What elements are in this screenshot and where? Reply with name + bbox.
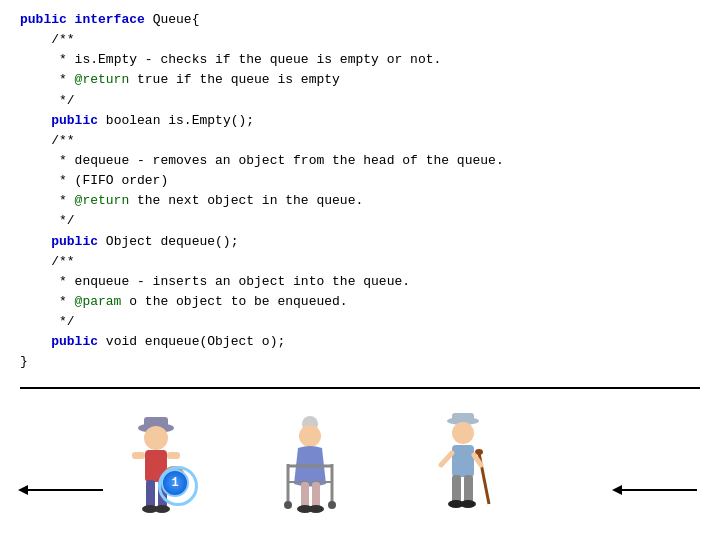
svg-marker-1 [18, 485, 28, 495]
person-1: 1 [118, 414, 198, 528]
code-line-4: * @return true if the queue is empty [20, 70, 700, 90]
code-line-1: public interface Queue{ [20, 10, 700, 30]
code-line-9: * (FIFO order) [20, 171, 700, 191]
code-line-10: * @return the next object in the queue. [20, 191, 700, 211]
code-line-18: } [20, 352, 700, 372]
code-line-6: public boolean is.Empty(); [20, 111, 700, 131]
person2-svg [270, 414, 360, 524]
code-line-16: */ [20, 312, 700, 332]
right-arrow-svg [612, 481, 702, 499]
svg-rect-24 [312, 482, 320, 508]
code-line-14: * enqueue - inserts an object into the q… [20, 272, 700, 292]
medal-badge: 1 [161, 469, 189, 497]
svg-point-34 [460, 500, 476, 508]
svg-point-21 [284, 501, 292, 509]
left-arrow-svg [18, 481, 108, 499]
code-line-5: */ [20, 91, 700, 111]
top-divider [20, 387, 700, 389]
keyword: public interface [20, 12, 145, 27]
code-line-15: * @param o the object to be enqueued. [20, 292, 700, 312]
code-line-12: public Object dequeue(); [20, 232, 700, 252]
code-line-17: public void enqueue(Object o); [20, 332, 700, 352]
svg-point-22 [328, 501, 336, 509]
person-2 [270, 414, 360, 528]
svg-point-29 [452, 422, 474, 444]
svg-rect-31 [452, 475, 461, 503]
svg-rect-14 [167, 452, 180, 459]
svg-point-26 [308, 505, 324, 513]
svg-rect-23 [301, 482, 309, 508]
svg-marker-3 [612, 485, 622, 495]
queue-scene: 1 [0, 393, 720, 540]
svg-rect-30 [452, 445, 474, 477]
code-line-7: /** [20, 131, 700, 151]
person-3 [425, 409, 505, 528]
svg-rect-28 [452, 413, 474, 423]
code-line-8: * dequeue - removes an object from the h… [20, 151, 700, 171]
svg-line-38 [441, 453, 452, 465]
svg-point-12 [154, 505, 170, 513]
person3-svg [425, 409, 505, 524]
code-line-2: /** [20, 30, 700, 50]
svg-point-6 [144, 426, 168, 450]
svg-rect-32 [464, 475, 473, 503]
left-arrow [18, 481, 108, 499]
code-line-11: */ [20, 211, 700, 231]
svg-rect-13 [132, 452, 145, 459]
code-block: public interface Queue{ /** * is.Empty -… [0, 0, 720, 383]
right-arrow [612, 481, 702, 499]
svg-point-16 [299, 425, 321, 447]
code-line-3: * is.Empty - checks if the queue is empt… [20, 50, 700, 70]
svg-rect-9 [146, 480, 155, 508]
code-line-13: /** [20, 252, 700, 272]
